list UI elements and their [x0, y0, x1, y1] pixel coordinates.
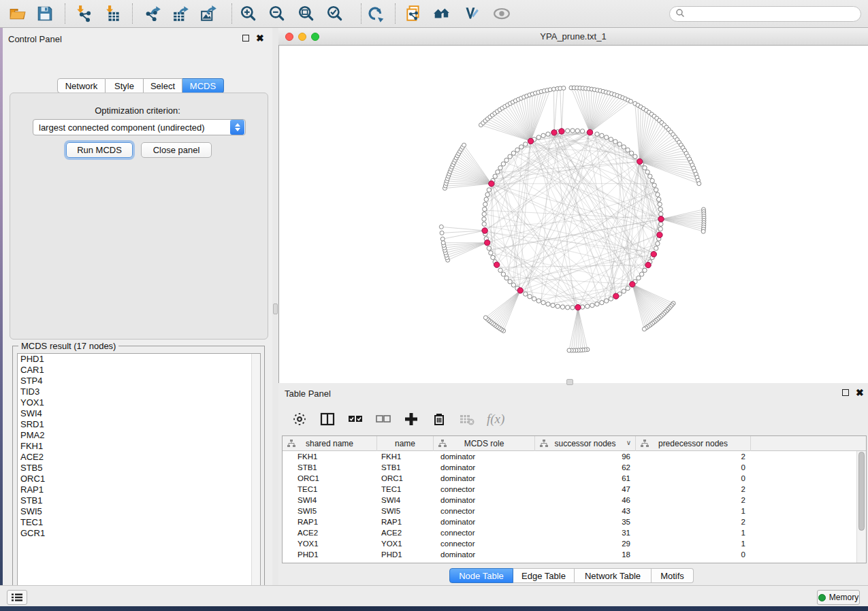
- search-input[interactable]: [669, 6, 861, 22]
- cell: PHD1: [377, 549, 434, 560]
- table-row-ace2[interactable]: ACE2ACE2connector311: [283, 527, 856, 538]
- table-row-tec1[interactable]: TEC1TEC1connector472: [283, 484, 856, 495]
- mcds-node-fkh1[interactable]: FKH1: [18, 441, 260, 452]
- column-header-shared-name[interactable]: shared name: [283, 436, 377, 451]
- toolbar-separator: [65, 3, 65, 24]
- vizmapper-icon[interactable]: [460, 2, 483, 25]
- cell: SWI5: [377, 506, 434, 516]
- tab-edge-table[interactable]: Edge Table: [513, 568, 575, 583]
- table-row-fkh1[interactable]: FKH1FKH1dominator962: [283, 451, 856, 462]
- list-icon: [11, 592, 23, 603]
- save-session-icon[interactable]: [33, 2, 57, 25]
- list-scrollbar[interactable]: [251, 354, 260, 595]
- mcds-node-gcr1[interactable]: GCR1: [18, 528, 260, 539]
- home-icon[interactable]: [430, 2, 453, 25]
- table-row-rap1[interactable]: RAP1RAP1dominator352: [283, 516, 856, 527]
- open-file-icon[interactable]: [6, 2, 29, 25]
- mcds-node-car1[interactable]: CAR1: [18, 365, 260, 376]
- tab-motifs[interactable]: Motifs: [652, 568, 694, 583]
- table-row-yox1[interactable]: YOX1YOX1connector291: [283, 538, 856, 549]
- splitter-handle[interactable]: [273, 303, 278, 314]
- scrollbar-thumb[interactable]: [858, 452, 865, 531]
- zoom-fit-icon[interactable]: [295, 2, 318, 25]
- close-panel-icon[interactable]: ✖: [856, 389, 864, 396]
- float-panel-icon[interactable]: [842, 389, 849, 396]
- export-table-icon[interactable]: [170, 2, 193, 25]
- tab-network-table[interactable]: Network Table: [575, 568, 652, 583]
- deselect-all-icon[interactable]: [375, 411, 391, 427]
- tab-style[interactable]: Style: [106, 78, 144, 93]
- delete-column-icon[interactable]: [431, 411, 447, 427]
- panel-list-button[interactable]: [7, 590, 27, 605]
- network-canvas[interactable]: [278, 46, 868, 383]
- cell: dominator: [434, 549, 535, 560]
- gear-icon[interactable]: [291, 411, 308, 427]
- mcds-node-ace2[interactable]: ACE2: [18, 452, 260, 463]
- cell: YOX1: [377, 538, 434, 549]
- memory-status-icon: [818, 594, 826, 601]
- table-scrollbar[interactable]: [856, 451, 866, 563]
- table-row-phd1[interactable]: PHD1PHD1dominator180: [283, 549, 856, 560]
- splitter-handle[interactable]: [566, 379, 573, 385]
- zoom-selected-icon[interactable]: [323, 2, 347, 25]
- shared-column-icon: [438, 440, 447, 450]
- mcds-node-swi4[interactable]: SWI4: [18, 408, 260, 419]
- cell: connector: [434, 527, 535, 538]
- zoom-in-icon[interactable]: [237, 2, 260, 25]
- mcds-node-pma2[interactable]: PMA2: [18, 430, 260, 441]
- delete-table-icon[interactable]: [459, 411, 475, 427]
- table-tabs: Node TableEdge TableNetwork TableMotifs: [449, 568, 694, 583]
- mcds-node-yox1[interactable]: YOX1: [18, 397, 260, 408]
- criterion-dropdown[interactable]: largest connected component (undirected): [33, 119, 246, 135]
- columns-icon[interactable]: [319, 411, 336, 427]
- table-row-swi5[interactable]: SWI5SWI5connector431: [283, 506, 856, 516]
- mcds-node-srd1[interactable]: SRD1: [18, 419, 260, 430]
- column-header-successor-nodes[interactable]: successor nodes∨: [535, 436, 636, 451]
- import-network-icon[interactable]: [72, 2, 95, 25]
- toolbar-separator: [361, 3, 361, 24]
- column-header-predecessor-nodes[interactable]: predecessor nodes: [636, 436, 751, 451]
- tab-network[interactable]: Network: [57, 78, 106, 93]
- clone-network-icon[interactable]: [402, 2, 425, 25]
- add-column-icon[interactable]: [403, 411, 419, 427]
- mcds-node-orc1[interactable]: ORC1: [18, 474, 260, 484]
- desktop-wallpaper-strip: [0, 606, 868, 611]
- cell: 1: [636, 527, 751, 538]
- mcds-result-list[interactable]: PHD1CAR1STP4TID3YOX1SWI4SRD1PMA2FKH1ACE2…: [17, 353, 261, 595]
- export-network-icon[interactable]: [142, 2, 165, 25]
- cell: 35: [535, 516, 636, 527]
- import-table-icon[interactable]: [101, 2, 125, 25]
- mcds-node-phd1[interactable]: PHD1: [18, 354, 260, 365]
- memory-button[interactable]: Memory: [817, 590, 860, 605]
- network-window-titlebar[interactable]: YPA_prune.txt_1: [278, 28, 868, 46]
- select-all-icon[interactable]: [347, 411, 364, 427]
- export-image-icon[interactable]: [197, 2, 221, 25]
- network-graph[interactable]: [279, 46, 868, 383]
- refresh-icon[interactable]: [364, 2, 387, 25]
- mcds-node-tid3[interactable]: TID3: [18, 386, 260, 397]
- eye-icon[interactable]: [490, 2, 513, 25]
- tab-select[interactable]: Select: [144, 78, 182, 93]
- close-panel-button[interactable]: Close panel: [141, 142, 212, 158]
- table-row-orc1[interactable]: ORC1ORC1dominator610: [283, 473, 856, 484]
- mcds-node-tec1[interactable]: TEC1: [18, 517, 260, 528]
- zoom-out-icon[interactable]: [266, 2, 289, 25]
- table-row-swi4[interactable]: SWI4SWI4dominator462: [283, 495, 856, 506]
- function-builder-icon[interactable]: f(x): [487, 412, 504, 427]
- mcds-node-stb1[interactable]: STB1: [18, 495, 260, 506]
- column-header-name[interactable]: name: [377, 436, 434, 451]
- column-header-mcds-role[interactable]: MCDS role: [434, 436, 535, 451]
- tab-mcds[interactable]: MCDS: [182, 78, 224, 93]
- mcds-node-swi5[interactable]: SWI5: [18, 506, 260, 517]
- mcds-node-stp4[interactable]: STP4: [18, 376, 260, 386]
- mcds-node-stb5[interactable]: STB5: [18, 463, 260, 474]
- cell: 2: [636, 516, 751, 527]
- close-panel-icon[interactable]: ✖: [256, 35, 264, 42]
- tab-node-table[interactable]: Node Table: [449, 568, 513, 583]
- table-row-stb1[interactable]: STB1STB1dominator620: [283, 462, 856, 473]
- mcds-node-rap1[interactable]: RAP1: [18, 484, 260, 495]
- run-mcds-button[interactable]: Run MCDS: [66, 142, 133, 158]
- sort-descending-icon[interactable]: ∨: [626, 439, 631, 446]
- float-panel-icon[interactable]: [242, 35, 249, 42]
- vertical-splitter[interactable]: [272, 28, 278, 585]
